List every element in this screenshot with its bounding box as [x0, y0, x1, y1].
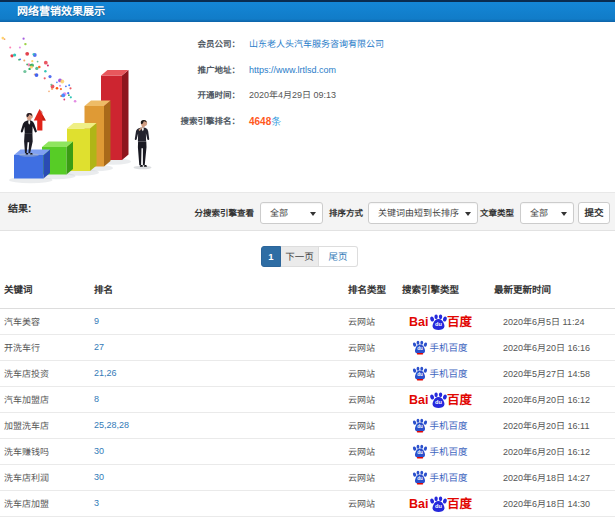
engine-type-cell: du 手机百度	[398, 360, 490, 386]
rank-link[interactable]: 9	[94, 316, 99, 326]
mobile-baidu-logo: du 手机百度	[412, 417, 472, 433]
rank-type-cell: 云网站	[344, 412, 398, 438]
rank-cell: 25,28,28	[90, 412, 344, 438]
engine-view-select[interactable]: 全部	[260, 202, 323, 224]
rank-type-cell: 云网站	[344, 438, 398, 464]
summary-section: 会员公司： 山东老人头汽车服务咨询有限公司 推广地址： https://www.…	[0, 22, 615, 192]
rank-cell: 3	[90, 490, 344, 516]
window-title-bar: 网络营销效果展示	[0, 0, 615, 22]
engine-view-label: 分搜索引擎查看	[194, 206, 254, 218]
pagination: 1 下一页 尾页	[261, 246, 358, 267]
filter-bar: 结果: 分搜索引擎查看 全部 排序方式 关键词由短到长排序 文章类型 全部 提交	[0, 192, 615, 231]
rank-cell: 30	[90, 438, 344, 464]
baidu-logo-du: du	[435, 399, 442, 405]
engine-type-cell: du 手机百度	[398, 412, 490, 438]
mobile-baidu-logo-du: du	[417, 450, 423, 455]
article-type-label: 文章类型	[480, 206, 514, 218]
ranking-table: 关键词 排名 排名类型 搜索引擎类型 最新更新时间 汽车美容 9 云网站 Bai…	[0, 278, 615, 517]
col-updated: 最新更新时间	[490, 278, 615, 308]
rank-type-cell: 云网站	[344, 334, 398, 360]
engine-type-cell: du 手机百度	[398, 334, 490, 360]
baidu-logo-cn: 百度	[447, 393, 473, 407]
updated-time-cell: 2020年6月18日 14:27	[490, 464, 615, 490]
baidu-logo-bai: Bai	[409, 393, 428, 407]
table-row: 洗车店投资 21,26 云网站 du 手机百度 2020年5月27日 14:58	[0, 360, 615, 386]
mobile-baidu-logo: du 手机百度	[412, 365, 472, 381]
mobile-baidu-logo-label: 手机百度	[430, 342, 469, 353]
table-row: 洗车店加盟 3 云网站 Bai du 百度 2020年6月18日 14:30	[0, 490, 615, 516]
page-title: 网络营销效果展示	[17, 5, 105, 18]
article-type-selected: 全部	[530, 208, 548, 218]
rank-link[interactable]: 21,26	[94, 368, 117, 378]
mobile-baidu-logo-du: du	[417, 372, 423, 377]
mobile-baidu-logo: du 手机百度	[412, 443, 472, 459]
member-company-row: 会员公司： 山东老人头汽车服务咨询有限公司	[0, 38, 615, 51]
mobile-baidu-logo-du: du	[417, 346, 423, 351]
engine-type-cell: du 手机百度	[398, 438, 490, 464]
rank-type-cell: 云网站	[344, 386, 398, 412]
member-company-value: 山东老人头汽车服务咨询有限公司	[249, 38, 384, 51]
table-row: 汽车美容 9 云网站 Bai du 百度 2020年6月5日 11:24	[0, 308, 615, 334]
updated-time-cell: 2020年6月20日 16:16	[490, 334, 615, 360]
keyword-cell: 洗车店利润	[0, 464, 90, 490]
mobile-baidu-logo: du 手机百度	[412, 339, 472, 355]
baidu-logo: Bai du 百度	[409, 494, 475, 512]
rank-cell: 21,26	[90, 360, 344, 386]
rank-type-cell: 云网站	[344, 308, 398, 334]
article-type-select[interactable]: 全部	[520, 202, 574, 224]
result-label: 结果:	[8, 200, 31, 215]
engine-rank-label: 搜索引擎排名：	[180, 115, 240, 128]
table-row: 开洗车行 27 云网站 du 手机百度 2020年6月20日 16:16	[0, 334, 615, 360]
updated-time-cell: 2020年6月20日 16:12	[490, 386, 615, 412]
keyword-cell: 汽车美容	[0, 308, 90, 334]
table-row: 汽车加盟店 8 云网站 Bai du 百度 2020年6月20日 16:12	[0, 386, 615, 412]
rank-cell: 9	[90, 308, 344, 334]
rank-link[interactable]: 27	[94, 342, 104, 352]
keyword-cell: 加盟洗车店	[0, 412, 90, 438]
rank-cell: 8	[90, 386, 344, 412]
submit-button[interactable]: 提交	[578, 202, 610, 224]
rank-link[interactable]: 30	[94, 446, 104, 456]
member-company-link[interactable]: 山东老人头汽车服务咨询有限公司	[249, 39, 384, 49]
rank-link[interactable]: 8	[94, 394, 99, 404]
mobile-baidu-logo-label: 手机百度	[430, 472, 469, 483]
updated-time-cell: 2020年6月20日 16:11	[490, 412, 615, 438]
engine-rank-value: 4648	[249, 116, 271, 127]
baidu-logo-cn: 百度	[447, 315, 473, 329]
sort-mode-label: 排序方式	[329, 206, 363, 218]
member-company-label: 会员公司：	[197, 38, 240, 51]
engine-rank-unit: 条	[271, 116, 281, 127]
baidu-logo-cn: 百度	[447, 497, 473, 511]
page-1-button[interactable]: 1	[261, 246, 281, 267]
table-row: 洗车赚钱吗 30 云网站 du 手机百度 2020年6月20日 16:12	[0, 438, 615, 464]
updated-time-cell: 2020年5月27日 14:58	[490, 360, 615, 386]
baidu-logo: Bai du 百度	[409, 312, 475, 330]
last-page-button[interactable]: 尾页	[319, 246, 358, 267]
engine-type-cell: du 手机百度	[398, 464, 490, 490]
engine-type-cell: Bai du 百度	[398, 490, 490, 516]
open-time-row: 开通时间： 2020年4月29日 09:13	[0, 89, 615, 102]
engine-type-cell: Bai du 百度	[398, 308, 490, 334]
rank-link[interactable]: 3	[94, 498, 99, 508]
sort-mode-select[interactable]: 关键词由短到长排序	[368, 202, 478, 224]
keyword-cell: 开洗车行	[0, 334, 90, 360]
updated-time-cell: 2020年6月18日 14:30	[490, 490, 615, 516]
mobile-baidu-logo-du: du	[417, 476, 423, 481]
next-page-button[interactable]: 下一页	[281, 246, 319, 267]
keyword-cell: 洗车店投资	[0, 360, 90, 386]
promo-url-row: 推广地址： https://www.lrtlsd.com	[0, 64, 615, 77]
col-rank-type: 排名类型	[344, 278, 398, 308]
rank-type-cell: 云网站	[344, 360, 398, 386]
promo-url-link[interactable]: https://www.lrtlsd.com	[249, 65, 336, 75]
rank-type-cell: 云网站	[344, 490, 398, 516]
rank-cell: 27	[90, 334, 344, 360]
rank-link[interactable]: 30	[94, 472, 104, 482]
mobile-baidu-logo-label: 手机百度	[430, 420, 469, 431]
promo-url-value: https://www.lrtlsd.com	[249, 64, 336, 77]
rank-link[interactable]: 25,28,28	[94, 420, 129, 430]
engine-rank-value-wrap: 4648条	[249, 115, 281, 129]
rank-type-cell: 云网站	[344, 464, 398, 490]
baidu-logo-bai: Bai	[409, 315, 428, 329]
keyword-cell: 洗车店加盟	[0, 490, 90, 516]
engine-type-cell: Bai du 百度	[398, 386, 490, 412]
